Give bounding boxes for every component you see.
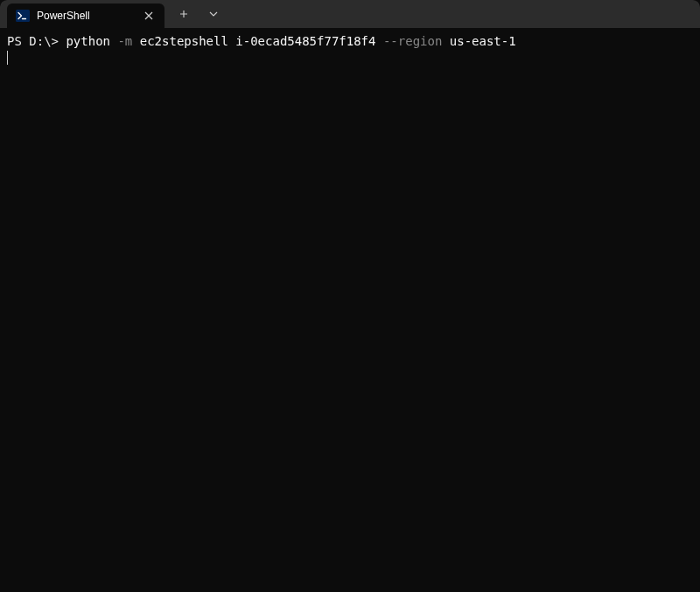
powershell-icon bbox=[16, 9, 30, 23]
terminal-line: PS D:\> python -m ec2stepshell i-0ecad54… bbox=[7, 33, 693, 50]
cmd-token: i-0ecad5485f77f18f4 bbox=[235, 34, 375, 48]
tab-dropdown-button[interactable] bbox=[200, 2, 228, 26]
tab-title: PowerShell bbox=[37, 10, 135, 22]
cmd-token: -m bbox=[110, 34, 140, 48]
cmd-token: --region bbox=[375, 34, 449, 48]
new-tab-button[interactable] bbox=[170, 2, 198, 26]
titlebar-controls bbox=[164, 0, 228, 28]
tab-powershell[interactable]: PowerShell bbox=[7, 3, 164, 28]
tab-close-button[interactable] bbox=[142, 9, 156, 23]
cmd-token: us-east-1 bbox=[450, 34, 516, 48]
cursor bbox=[7, 51, 8, 65]
terminal-line-cursor bbox=[7, 50, 693, 66]
cmd-token: ec2stepshell bbox=[140, 34, 228, 48]
cmd-token: python bbox=[66, 34, 110, 48]
svg-rect-0 bbox=[16, 10, 30, 22]
titlebar: PowerShell bbox=[0, 0, 700, 28]
terminal-area[interactable]: PS D:\> python -m ec2stepshell i-0ecad54… bbox=[0, 28, 700, 72]
prompt: PS D:\> bbox=[7, 34, 66, 48]
